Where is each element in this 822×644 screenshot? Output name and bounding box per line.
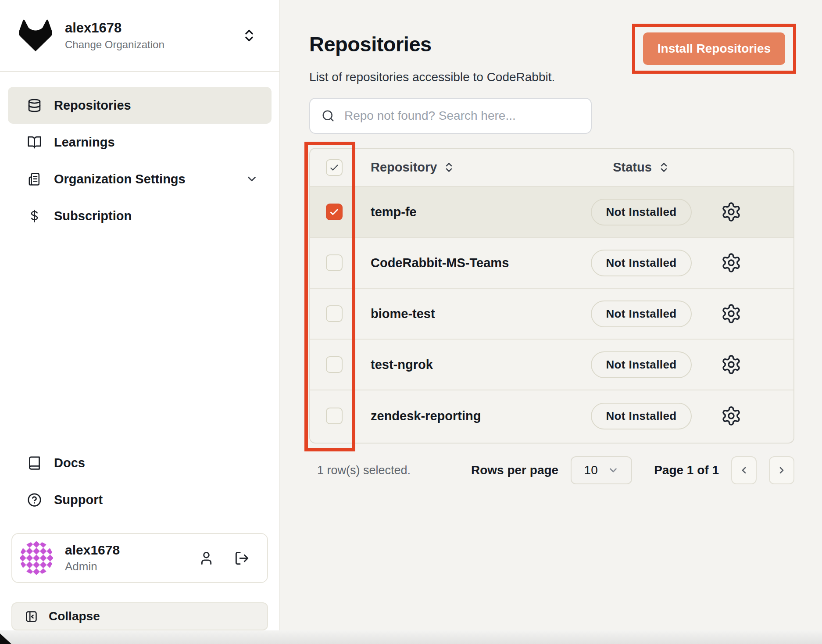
row-checkbox[interactable] [326, 254, 343, 271]
settings-gear-icon[interactable] [721, 303, 742, 324]
org-name: alex1678 [65, 20, 164, 36]
status-badge: Not Installed [591, 351, 691, 378]
change-organization-label: Change Organization [65, 39, 164, 51]
status-cell: Not Installed [569, 250, 714, 276]
table-row: CodeRabbit-MS-Teams Not Installed [310, 238, 793, 289]
sidebar-footer-nav: Docs Support [8, 444, 272, 518]
logout-icon[interactable] [234, 551, 250, 566]
gear-cell [714, 252, 793, 273]
header-checkbox-cell [310, 159, 358, 176]
table-row: temp-fe Not Installed [310, 187, 793, 238]
column-label: Status [613, 160, 652, 175]
book-open-icon [27, 135, 42, 150]
table-footer: 1 row(s) selected. Rows per page 10 Page… [309, 456, 794, 484]
sidebar-item-label: Subscription [54, 209, 132, 223]
chevron-down-icon[interactable] [245, 172, 258, 186]
sidebar: alex1678 Change Organization Repositorie… [0, 0, 280, 630]
user-text: alex1678 Admin [65, 543, 120, 574]
repo-name: CodeRabbit-MS-Teams [358, 256, 569, 270]
select-all-checkbox[interactable] [326, 159, 343, 176]
status-cell: Not Installed [569, 351, 714, 378]
next-page-button[interactable] [769, 456, 794, 484]
sidebar-divider [0, 71, 279, 72]
selected-rows-text: 1 row(s) selected. [317, 464, 411, 477]
panel-collapse-icon [25, 610, 38, 623]
search-input[interactable] [343, 108, 579, 123]
repo-name: test-ngrok [358, 358, 569, 372]
status-cell: Not Installed [569, 301, 714, 327]
chevron-left-icon [739, 465, 749, 476]
sidebar-item-learnings[interactable]: Learnings [8, 124, 272, 161]
gear-cell [714, 354, 793, 375]
status-badge: Not Installed [591, 403, 691, 429]
status-badge: Not Installed [591, 301, 691, 327]
checkbox-cell [310, 254, 358, 271]
collapse-button[interactable]: Collapse [11, 602, 268, 630]
sidebar-item-label: Support [54, 493, 103, 507]
user-actions [199, 551, 250, 566]
sidebar-item-label: Organization Settings [54, 172, 186, 186]
repo-search [309, 98, 592, 134]
rows-per-page-select[interactable]: 10 [571, 456, 632, 484]
check-icon [329, 162, 340, 173]
main-content: Repositories List of repositories access… [281, 0, 822, 630]
sidebar-item-support[interactable]: Support [8, 481, 272, 518]
checkbox-cell [310, 356, 358, 373]
org-text: alex1678 Change Organization [65, 20, 164, 51]
settings-gear-icon[interactable] [721, 354, 742, 375]
sidebar-item-label: Docs [54, 456, 85, 470]
sidebar-item-docs[interactable]: Docs [8, 444, 272, 481]
status-cell: Not Installed [569, 403, 714, 429]
check-icon [329, 206, 340, 218]
table-header-row: Repository Status [310, 149, 793, 187]
corner-wedge [0, 633, 11, 644]
settings-gear-icon[interactable] [721, 405, 742, 426]
coderabbit-app: alex1678 Change Organization Repositorie… [0, 0, 822, 644]
checkbox-cell [310, 204, 358, 220]
help-circle-icon [27, 493, 42, 507]
search-icon [322, 109, 335, 122]
sidebar-item-subscription[interactable]: Subscription [8, 197, 272, 234]
org-switcher[interactable]: alex1678 Change Organization [0, 0, 279, 54]
gitlab-logo-icon [18, 18, 54, 54]
building-icon [27, 172, 42, 186]
column-header-status: Status [569, 160, 714, 175]
repo-name: zendesk-reporting [358, 409, 569, 423]
repo-name: temp-fe [358, 205, 569, 219]
row-checkbox[interactable] [326, 305, 343, 322]
status-cell: Not Installed [569, 199, 714, 225]
repositories-table: Repository Status temp-fe Not Install [309, 148, 794, 444]
table-row: zendesk-reporting Not Installed [310, 390, 793, 441]
previous-page-button[interactable] [731, 456, 757, 484]
sidebar-item-label: Learnings [54, 135, 115, 150]
user-card: alex1678 Admin [11, 533, 268, 583]
page-title: Repositories [309, 32, 432, 56]
gear-cell [714, 303, 793, 324]
row-checkbox[interactable] [326, 356, 343, 373]
user-name: alex1678 [65, 543, 120, 558]
gear-cell [714, 405, 793, 426]
column-header-repository: Repository [358, 160, 569, 175]
sidebar-item-repositories[interactable]: Repositories [8, 87, 272, 124]
collapse-label: Collapse [49, 609, 100, 623]
chevrons-up-down-icon[interactable] [242, 28, 257, 43]
checkbox-cell [310, 305, 358, 322]
settings-gear-icon[interactable] [721, 201, 742, 222]
status-badge: Not Installed [591, 199, 691, 225]
dollar-icon [27, 209, 42, 223]
status-badge: Not Installed [591, 250, 691, 276]
sidebar-item-organization-settings[interactable]: Organization Settings [8, 161, 272, 197]
sort-icon[interactable] [443, 161, 455, 173]
column-label: Repository [371, 160, 437, 175]
chevron-down-icon [608, 465, 619, 476]
settings-gear-icon[interactable] [721, 252, 742, 273]
repo-name: biome-test [358, 307, 569, 321]
row-checkbox[interactable] [326, 408, 343, 424]
sort-icon[interactable] [658, 161, 670, 173]
install-repositories-button[interactable]: Install Repositories [643, 32, 785, 65]
user-profile-icon[interactable] [199, 551, 214, 566]
row-checkbox[interactable] [326, 204, 343, 220]
bottom-edge [0, 630, 822, 644]
rows-per-page-label: Rows per page [471, 463, 558, 477]
page-indicator: Page 1 of 1 [654, 463, 719, 477]
